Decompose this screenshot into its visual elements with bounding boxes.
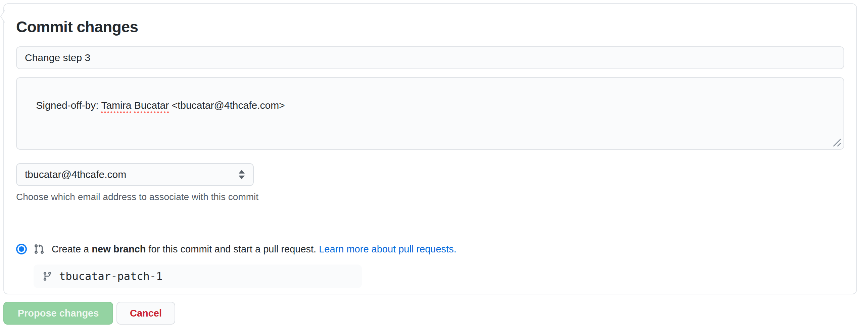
commit-form-card: Commit changes Signed-off-by: Tamira Buc… [3, 3, 857, 294]
textarea-resize-grip-icon[interactable] [831, 136, 842, 148]
form-actions: Propose changes Cancel [3, 302, 868, 325]
create-branch-radio[interactable] [16, 244, 27, 254]
create-branch-option-row: Create a new branch for this commit and … [16, 242, 844, 256]
commit-message-input[interactable] [16, 46, 844, 69]
page-title: Commit changes [16, 18, 844, 36]
extended-description-textarea[interactable]: Signed-off-by: Tamira Bucatar <tbucatar@… [16, 77, 844, 150]
learn-more-link[interactable]: Learn more about pull requests. [319, 244, 456, 254]
branch-name-field[interactable]: tbucatar-patch-1 [34, 265, 362, 288]
email-select[interactable]: tbucatar@4thcafe.com [16, 163, 254, 186]
misspelled-word: Bucatar [134, 100, 169, 111]
description-text: <tbucatar@4thcafe.com> [169, 100, 285, 111]
description-text: Signed-off-by: [36, 100, 101, 111]
misspelled-word: Tamira [101, 100, 131, 111]
branch-name-value: tbucatar-patch-1 [59, 270, 162, 283]
git-branch-icon [42, 271, 52, 281]
label-bold-text: new branch [92, 244, 146, 254]
create-branch-label: Create a new branch for this commit and … [52, 242, 457, 256]
git-pull-request-icon [34, 244, 44, 254]
cancel-button[interactable]: Cancel [117, 302, 175, 325]
propose-changes-button[interactable]: Propose changes [3, 302, 113, 325]
email-help-text: Choose which email address to associate … [16, 191, 844, 203]
label-text: for this commit and start a pull request… [146, 244, 319, 254]
description-text [131, 100, 134, 111]
up-down-chevron-icon [238, 169, 246, 180]
label-text: Create a [52, 244, 92, 254]
email-select-value: tbucatar@4thcafe.com [25, 169, 126, 180]
card-caret [0, 10, 5, 23]
